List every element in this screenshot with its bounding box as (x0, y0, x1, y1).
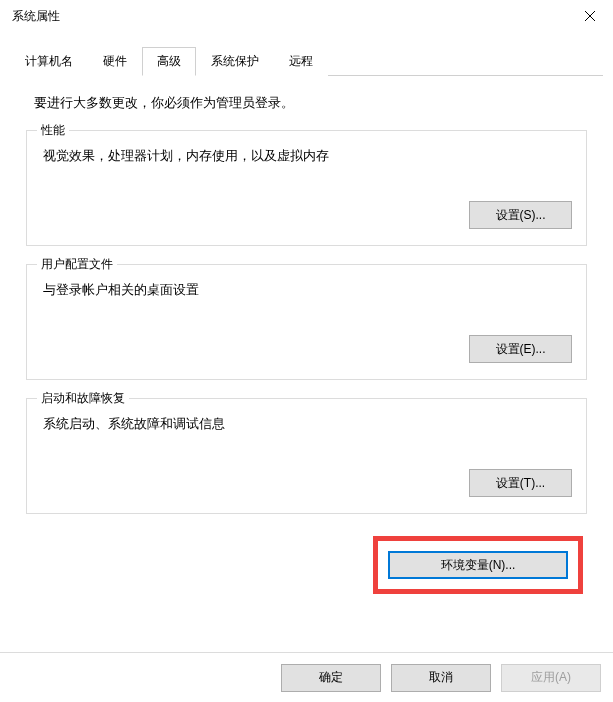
env-highlight-box: 环境变量(N)... (373, 536, 583, 594)
close-button[interactable] (567, 0, 613, 32)
environment-variables-button[interactable]: 环境变量(N)... (388, 551, 568, 579)
close-icon (585, 11, 595, 21)
profiles-settings-button[interactable]: 设置(E)... (469, 335, 572, 363)
tab-system-protection[interactable]: 系统保护 (196, 47, 274, 76)
group-startup-desc: 系统启动、系统故障和调试信息 (41, 415, 572, 433)
startup-settings-button[interactable]: 设置(T)... (469, 469, 572, 497)
apply-button[interactable]: 应用(A) (501, 664, 601, 692)
tab-hardware[interactable]: 硬件 (88, 47, 142, 76)
tab-advanced[interactable]: 高级 (142, 47, 196, 76)
env-row: 环境变量(N)... (26, 536, 587, 594)
tab-remote[interactable]: 远程 (274, 47, 328, 76)
tab-bar: 计算机名 硬件 高级 系统保护 远程 (10, 46, 603, 76)
group-startup: 启动和故障恢复 系统启动、系统故障和调试信息 设置(T)... (26, 398, 587, 514)
bottom-bar: 确定 取消 应用(A) (0, 652, 613, 702)
content-area: 要进行大多数更改，你必须作为管理员登录。 性能 视觉效果，处理器计划，内存使用，… (0, 76, 613, 594)
group-profiles-legend: 用户配置文件 (37, 256, 117, 273)
ok-button[interactable]: 确定 (281, 664, 381, 692)
titlebar: 系统属性 (0, 0, 613, 32)
cancel-button[interactable]: 取消 (391, 664, 491, 692)
group-startup-legend: 启动和故障恢复 (37, 390, 129, 407)
window-title: 系统属性 (12, 8, 60, 25)
group-performance-legend: 性能 (37, 122, 69, 139)
intro-text: 要进行大多数更改，你必须作为管理员登录。 (26, 94, 587, 112)
tab-computer-name[interactable]: 计算机名 (10, 47, 88, 76)
group-performance: 性能 视觉效果，处理器计划，内存使用，以及虚拟内存 设置(S)... (26, 130, 587, 246)
group-profiles: 用户配置文件 与登录帐户相关的桌面设置 设置(E)... (26, 264, 587, 380)
group-performance-desc: 视觉效果，处理器计划，内存使用，以及虚拟内存 (41, 147, 572, 165)
performance-settings-button[interactable]: 设置(S)... (469, 201, 572, 229)
group-profiles-desc: 与登录帐户相关的桌面设置 (41, 281, 572, 299)
